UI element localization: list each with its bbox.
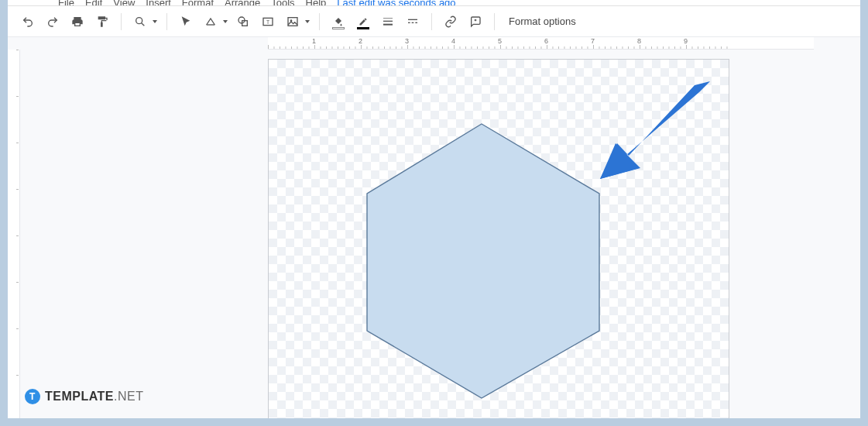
undo-icon — [22, 15, 34, 28]
ruler-tick: 7 — [591, 37, 595, 45]
menu-insert[interactable]: Insert — [146, 1, 171, 5]
separator — [166, 13, 167, 30]
vertical-ruler — [8, 50, 20, 418]
shape-icon — [237, 15, 249, 28]
print-button[interactable] — [68, 12, 87, 31]
ruler-tick: 6 — [544, 37, 548, 45]
textbox-icon: T — [262, 15, 274, 28]
paint-format-button[interactable] — [93, 12, 112, 31]
menubar: File Edit View Insert Format Arrange Too… — [8, 0, 860, 6]
chevron-down-icon — [153, 20, 157, 23]
menu-edit[interactable]: Edit — [85, 1, 102, 5]
border-color-button[interactable] — [354, 12, 372, 31]
cursor-icon — [180, 15, 192, 28]
line-dash-icon — [407, 15, 419, 28]
redo-button[interactable] — [43, 12, 62, 31]
zoom-icon — [134, 15, 146, 28]
menu-format[interactable]: Format — [182, 1, 214, 5]
ruler-tick: 1 — [312, 37, 316, 45]
chevron-down-icon — [305, 20, 310, 23]
toolbar: T Format options — [8, 6, 860, 37]
svg-rect-7 — [288, 17, 297, 26]
menu-view[interactable]: View — [113, 1, 135, 5]
last-edit-link[interactable]: Last edit was seconds ago — [337, 1, 455, 5]
paint-bucket-icon — [333, 17, 344, 26]
paint-roller-icon — [96, 15, 108, 28]
svg-rect-9 — [383, 18, 393, 19]
comment-button[interactable] — [466, 12, 485, 31]
ruler-tick: 3 — [405, 37, 409, 45]
undo-button[interactable] — [19, 12, 37, 31]
pencil-icon — [358, 17, 369, 26]
svg-rect-10 — [383, 20, 393, 21]
svg-rect-12 — [408, 19, 417, 19]
svg-line-1 — [142, 22, 145, 26]
menu-tools[interactable]: Tools — [271, 1, 294, 5]
svg-point-0 — [136, 17, 142, 23]
select-tool-button[interactable] — [177, 12, 195, 31]
border-weight-button[interactable] — [379, 12, 397, 31]
comment-icon — [469, 15, 482, 28]
separator — [431, 13, 432, 30]
link-button[interactable] — [441, 12, 460, 31]
watermark: T TEMPLATE.NET — [25, 389, 143, 404]
watermark-domain: .NET — [114, 390, 143, 403]
link-icon — [444, 15, 457, 28]
chevron-down-icon — [223, 20, 228, 23]
svg-rect-11 — [383, 23, 393, 25]
border-dash-button[interactable] — [403, 12, 422, 31]
annotation-arrow-icon — [586, 81, 718, 182]
menu-arrange[interactable]: Arrange — [225, 1, 260, 5]
line-tool-dropdown[interactable] — [201, 12, 228, 31]
redo-icon — [46, 15, 59, 28]
ruler-tick: 4 — [451, 37, 455, 45]
shape-tool-button[interactable] — [234, 12, 252, 31]
svg-rect-13 — [408, 22, 410, 22]
horizontal-ruler: 1 2 3 4 5 6 7 8 9 — [268, 37, 814, 50]
separator — [494, 13, 495, 30]
image-dropdown[interactable] — [283, 12, 310, 31]
line-icon — [204, 15, 217, 28]
separator — [319, 13, 320, 30]
svg-marker-18 — [367, 124, 599, 398]
print-icon — [71, 15, 84, 28]
svg-rect-15 — [415, 22, 417, 22]
ruler-tick: 8 — [637, 37, 641, 45]
separator — [121, 13, 122, 30]
ruler-tick: 9 — [684, 37, 688, 45]
drawing-canvas[interactable] — [268, 59, 729, 418]
fill-color-button[interactable] — [329, 12, 348, 31]
line-weight-icon — [382, 15, 394, 28]
svg-text:T: T — [266, 19, 269, 24]
watermark-brand: TEMPLATE — [45, 390, 114, 403]
workspace: 1 2 3 4 5 6 7 8 9 — [8, 37, 860, 418]
menu-help[interactable]: Help — [306, 1, 327, 5]
hexagon-shape[interactable] — [362, 122, 602, 400]
image-icon — [286, 15, 299, 28]
zoom-dropdown[interactable] — [131, 12, 157, 31]
textbox-button[interactable]: T — [259, 12, 277, 31]
menu-file[interactable]: File — [58, 1, 74, 5]
ruler-tick: 2 — [359, 37, 362, 45]
ruler-tick: 5 — [498, 37, 502, 45]
format-options-button[interactable]: Format options — [504, 15, 581, 27]
svg-rect-14 — [412, 22, 414, 22]
watermark-badge-icon: T — [25, 389, 40, 404]
